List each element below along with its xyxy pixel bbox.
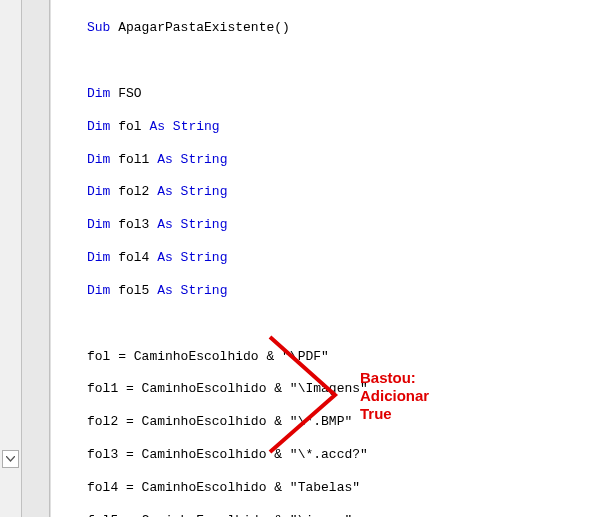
code-line: Dim fol1 As String <box>55 152 612 168</box>
code-line: Dim fol As String <box>55 119 612 135</box>
code-line: fol1 = CaminhoEscolhido & "\Imagens" <box>55 381 612 397</box>
code-line: Dim fol4 As String <box>55 250 612 266</box>
code-line: Dim FSO <box>55 86 612 102</box>
code-line: Sub ApagarPastaExistente() <box>55 20 612 36</box>
code-line: fol2 = CaminhoEscolhido & "\*.BMP" <box>55 414 612 430</box>
code-line: fol = CaminhoEscolhido & "\PDF" <box>55 349 612 365</box>
code-line: Dim fol2 As String <box>55 184 612 200</box>
code-editor[interactable]: Sub ApagarPastaExistente() Dim FSO Dim f… <box>55 4 612 517</box>
code-line: fol5 = CaminhoEscolhido & "\icone" <box>55 513 612 517</box>
code-line <box>55 316 612 332</box>
code-line <box>55 53 612 69</box>
editor-margin-line <box>50 0 51 517</box>
code-line: fol3 = CaminhoEscolhido & "\*.accd?" <box>55 447 612 463</box>
code-line: Dim fol3 As String <box>55 217 612 233</box>
code-line: Dim fol5 As String <box>55 283 612 299</box>
editor-gutter <box>0 0 22 517</box>
code-line: fol4 = CaminhoEscolhido & "Tabelas" <box>55 480 612 496</box>
editor-margin <box>22 0 50 517</box>
dropdown-chevron-icon[interactable] <box>2 450 19 468</box>
